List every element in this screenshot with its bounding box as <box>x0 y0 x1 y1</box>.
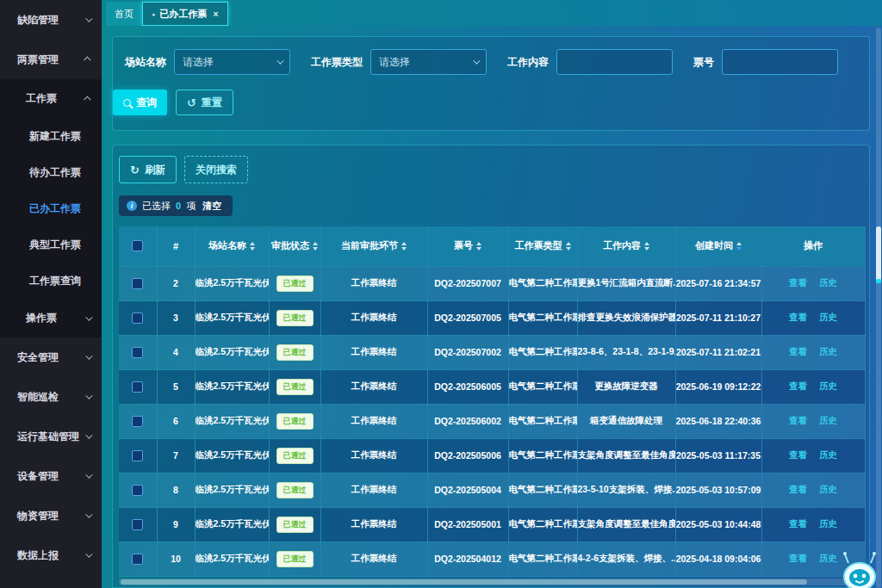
sidebar-item-operation-basic-mgmt[interactable]: 运行基础管理 <box>0 417 102 456</box>
cell-index: 8 <box>157 473 195 507</box>
history-link[interactable]: 历史 <box>819 518 837 529</box>
cell-type: 电气第二种工作票 <box>508 404 577 438</box>
row-checkbox[interactable] <box>132 450 143 461</box>
sort-icon[interactable] <box>644 242 649 251</box>
cell-checkbox <box>119 507 157 542</box>
assistant-robot-icon[interactable] <box>840 551 879 588</box>
col-type[interactable]: 工作票类型 <box>508 226 577 266</box>
cell-index: 4 <box>157 335 195 369</box>
sort-icon-active[interactable] <box>736 242 742 251</box>
col-station[interactable]: 场站名称 <box>195 226 269 266</box>
reset-button[interactable]: ↺ 重置 <box>176 90 233 115</box>
close-search-button[interactable]: 关闭搜索 <box>184 156 248 183</box>
sidebar-item-new-work-ticket[interactable]: 新建工作票 <box>0 118 102 154</box>
history-link[interactable]: 历史 <box>819 415 837 425</box>
tab-completed-work-ticket[interactable]: ● 已办工作票 × <box>142 2 228 26</box>
sidebar-item-equipment-mgmt[interactable]: 设备管理 <box>0 456 102 496</box>
view-link[interactable]: 查看 <box>789 553 807 563</box>
work-content-input[interactable] <box>556 49 673 75</box>
sidebar-item-work-ticket[interactable]: 工作票 <box>0 79 102 118</box>
select-placeholder: 请选择 <box>379 55 410 70</box>
history-link[interactable]: 历史 <box>819 312 837 322</box>
sidebar-item-data-reporting[interactable]: 数据上报 <box>0 535 102 575</box>
sort-icon[interactable] <box>476 242 481 251</box>
sidebar-item-work-ticket-query[interactable]: 工作票查询 <box>0 263 102 299</box>
row-checkbox[interactable] <box>132 554 143 565</box>
history-link[interactable]: 历史 <box>819 346 837 356</box>
sort-icon[interactable] <box>566 242 571 251</box>
row-checkbox[interactable] <box>132 485 143 496</box>
sidebar-item-smart-inspection[interactable]: 智能巡检 <box>0 377 102 417</box>
cell-ticket-no: DQ2-202504012 <box>427 542 508 576</box>
sidebar-item-completed-work-ticket[interactable]: 已办工作票 <box>0 190 102 226</box>
cell-created: 2025-07-16 21:34:57 <box>675 266 761 300</box>
row-checkbox[interactable] <box>132 381 143 393</box>
chevron-down-icon <box>473 57 480 64</box>
cell-actions: 查看历史 <box>761 438 865 473</box>
cell-step: 工作票终结 <box>320 542 427 576</box>
ticket-no-input[interactable] <box>722 49 838 75</box>
cell-content: 支架角度调整至最佳角度 <box>577 438 675 473</box>
cell-step: 工作票终结 <box>320 300 427 335</box>
cell-actions: 查看历史 <box>761 369 865 404</box>
view-link[interactable]: 查看 <box>789 415 807 425</box>
status-badge: 已通过 <box>276 344 314 361</box>
close-icon[interactable]: × <box>213 9 218 19</box>
view-link[interactable]: 查看 <box>789 449 807 460</box>
col-step[interactable]: 当前审批环节 <box>320 226 427 266</box>
sidebar-item-two-ticket-mgmt[interactable]: 两票管理 <box>0 40 102 79</box>
sidebar-item-safety-mgmt[interactable]: 安全管理 <box>0 337 102 377</box>
row-checkbox[interactable] <box>132 416 143 427</box>
vertical-scrollbar[interactable] <box>876 28 881 588</box>
col-status[interactable]: 审批状态 <box>269 226 320 266</box>
ticket-type-select[interactable]: 请选择 <box>370 49 487 75</box>
sidebar-item-operation-ticket[interactable]: 操作票 <box>0 299 102 337</box>
row-checkbox[interactable] <box>132 519 143 530</box>
cell-station: 临洮2.5万千瓦光伏电... <box>195 438 269 473</box>
sidebar-item-material-mgmt[interactable]: 物资管理 <box>0 496 102 535</box>
tab-label: 已办工作票 <box>159 8 207 21</box>
select-all-checkbox[interactable] <box>132 240 143 251</box>
view-link[interactable]: 查看 <box>789 381 807 391</box>
view-link[interactable]: 查看 <box>789 277 807 288</box>
view-link[interactable]: 查看 <box>789 484 807 494</box>
cell-index: 9 <box>157 507 195 542</box>
tab-home[interactable]: 首页 <box>106 2 142 26</box>
sidebar-item-label: 缺陷管理 <box>17 13 59 28</box>
row-checkbox[interactable] <box>132 313 143 324</box>
cell-checkbox <box>119 404 157 438</box>
col-ticket-no[interactable]: 票号 <box>427 226 508 266</box>
view-link[interactable]: 查看 <box>789 312 807 322</box>
refresh-button[interactable]: ↻ 刷新 <box>119 156 177 183</box>
cell-station: 临洮2.5万千瓦光伏电... <box>195 473 269 507</box>
sort-icon[interactable] <box>401 242 407 251</box>
sidebar-item-typical-work-ticket[interactable]: 典型工作票 <box>0 226 102 263</box>
clear-selection-link[interactable]: 清空 <box>202 200 221 213</box>
sort-icon[interactable] <box>250 242 255 251</box>
station-name-select[interactable]: 请选择 <box>174 49 290 75</box>
selection-count: 0 <box>176 201 181 211</box>
row-checkbox[interactable] <box>132 278 143 289</box>
sort-icon[interactable] <box>313 242 318 251</box>
history-link[interactable]: 历史 <box>819 449 837 460</box>
history-link[interactable]: 历史 <box>819 381 837 391</box>
table-row: 7 临洮2.5万千瓦光伏电... 已通过 工作票终结 DQ2-202505006… <box>119 438 865 473</box>
view-link[interactable]: 查看 <box>789 518 807 529</box>
sidebar-item-defect-mgmt[interactable]: 缺陷管理 <box>0 0 102 40</box>
view-link[interactable]: 查看 <box>789 346 807 356</box>
history-link[interactable]: 历史 <box>819 553 837 563</box>
vertical-scrollbar-thumb[interactable] <box>876 226 881 283</box>
selection-prefix: 已选择 <box>142 200 171 213</box>
sidebar-item-pending-work-ticket[interactable]: 待办工作票 <box>0 154 102 190</box>
horizontal-scrollbar-thumb[interactable] <box>121 579 807 585</box>
horizontal-scrollbar[interactable] <box>119 579 865 585</box>
cell-step: 工作票终结 <box>320 473 427 507</box>
cell-type: 电气第二种工作票 <box>508 473 577 507</box>
history-link[interactable]: 历史 <box>819 277 837 288</box>
query-button[interactable]: 查询 <box>113 90 167 115</box>
col-created[interactable]: 创建时间 <box>675 226 761 266</box>
cell-ticket-no: DQ2-202507005 <box>427 300 508 335</box>
history-link[interactable]: 历史 <box>819 484 837 494</box>
row-checkbox[interactable] <box>132 347 143 358</box>
col-content[interactable]: 工作内容 <box>577 226 675 266</box>
